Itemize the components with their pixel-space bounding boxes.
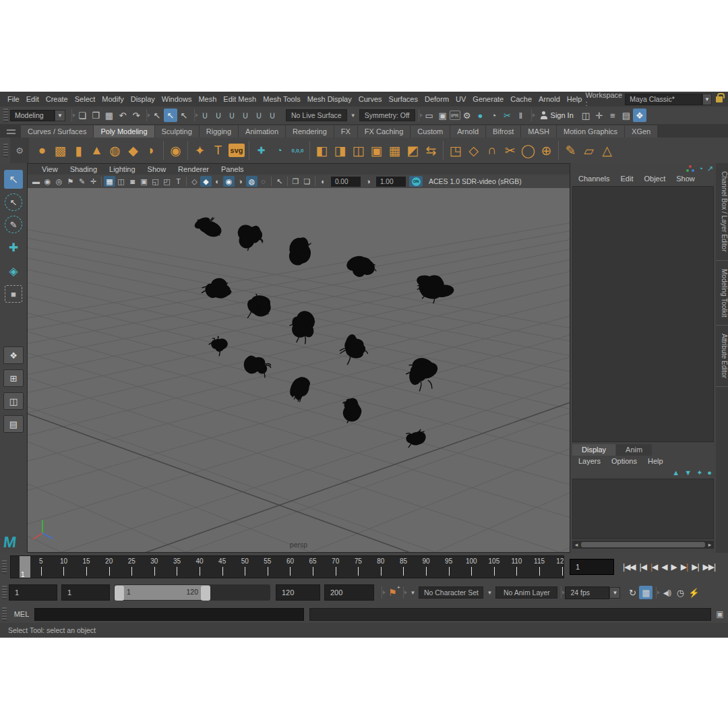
shelf-tab-rigging[interactable]: Rigging	[200, 125, 238, 138]
construction-plane-icon[interactable]: ✚	[252, 142, 270, 160]
time-slider[interactable]: 1 51015202530354045505560657075808590951…	[10, 555, 564, 578]
modeling-toolkit-toggle-icon[interactable]: ❖	[633, 109, 646, 122]
hair-object[interactable]	[193, 215, 224, 239]
fill-hole-icon[interactable]: ▣	[367, 142, 386, 160]
hair-object[interactable]	[235, 222, 265, 251]
bevel-icon[interactable]: ◇	[464, 142, 483, 160]
status-line-grip[interactable]	[3, 109, 8, 122]
shelf-tab-fx[interactable]: FX	[334, 125, 357, 138]
menu-edit[interactable]: Edit	[23, 92, 42, 107]
isolate-select-icon[interactable]: ↖	[274, 176, 285, 187]
menu-modify[interactable]: Modify	[98, 92, 127, 107]
motion-blur-icon[interactable]: ◌	[257, 176, 269, 187]
input-output-connections-icon[interactable]	[686, 165, 694, 172]
side-tab-modeling-toolkit[interactable]: Modeling Toolkit	[716, 261, 728, 326]
snap-to-projected-center-button[interactable]: ⊃	[239, 109, 252, 122]
playback-start-field[interactable]: 1	[61, 584, 110, 601]
menu-curves[interactable]: Curves	[355, 92, 386, 107]
hair-object[interactable]	[202, 278, 232, 300]
layer-menu-layers[interactable]: Layers	[573, 457, 606, 465]
redo-button[interactable]: ↷	[129, 109, 143, 122]
viewport-canvas[interactable]: persp	[28, 188, 570, 552]
range-start-handle[interactable]	[115, 586, 124, 601]
menu-uv[interactable]: UV	[452, 92, 469, 107]
snap-to-point-button[interactable]: ⊃	[225, 109, 239, 122]
snap-to-view-plane-button[interactable]: ⊃	[252, 109, 266, 122]
shelf-tab-mash[interactable]: MASH	[521, 125, 556, 138]
symmetry-dropdown-arrow[interactable]: ▼	[351, 113, 356, 119]
range-slider-active[interactable]: 1 120	[115, 585, 210, 600]
separate-icon[interactable]: ◨	[331, 142, 349, 160]
range-end-handle[interactable]	[201, 586, 210, 601]
script-editor-button[interactable]: ▣	[714, 608, 726, 620]
menu-cache[interactable]: Cache	[507, 92, 535, 107]
step-forward-key-button[interactable]: ▶|	[679, 559, 690, 575]
set-current-time-icon[interactable]: ◔	[270, 142, 289, 160]
shelf-tab-arnold[interactable]: Arnold	[450, 125, 485, 138]
shelf-tab-sculpting[interactable]: Sculpting	[155, 125, 199, 138]
scale-tool[interactable]: ■	[5, 285, 22, 303]
animation-end-field[interactable]: 200	[324, 584, 374, 601]
open-scene-button[interactable]: ❐	[89, 109, 102, 122]
playback-end-field[interactable]: 120	[276, 584, 320, 601]
play-backwards-button[interactable]: ◀	[659, 559, 669, 575]
step-back-frame-button[interactable]: |◀	[638, 559, 648, 575]
fps-dropdown-arrow[interactable]: ▼	[609, 587, 620, 599]
reduce-icon[interactable]: ▦	[386, 142, 404, 160]
layer-tab-display[interactable]: Display	[572, 444, 615, 456]
paint-select-tool[interactable]: ✎	[5, 216, 22, 233]
viewport-menu-renderer[interactable]: Renderer	[172, 165, 215, 173]
command-line-grip[interactable]	[2, 607, 7, 621]
sculpt-tool-icon[interactable]: △	[598, 142, 616, 160]
hair-object[interactable]	[344, 253, 377, 280]
camera-attributes-icon[interactable]: ◎	[53, 176, 65, 187]
shelf-tab-bifrost[interactable]: Bifrost	[486, 125, 520, 138]
edit-edge-flow-icon[interactable]: ▱	[580, 142, 598, 160]
menu-generate[interactable]: Generate	[469, 92, 507, 107]
polygon-cone-icon[interactable]: ▲	[88, 142, 106, 160]
play-forwards-button[interactable]: ▶	[669, 559, 679, 575]
loop-playback-button[interactable]: ↻	[626, 586, 639, 599]
menu-mesh[interactable]: Mesh	[195, 92, 220, 107]
make-live-button[interactable]: ⊃	[266, 109, 279, 122]
quad-draw-icon[interactable]: ✎	[562, 142, 580, 160]
smooth-shade-icon[interactable]: ◆	[200, 176, 212, 187]
shelf-menu-grip[interactable]	[7, 129, 16, 134]
multi-cut-icon[interactable]: ✂	[501, 142, 519, 160]
super-shape-icon[interactable]: ✦	[191, 142, 209, 160]
outliner-layout-button[interactable]: ▤	[3, 415, 24, 433]
bookmark-icon[interactable]: ⚑	[65, 176, 76, 187]
bookmark-camera-icon[interactable]: ▬	[30, 176, 42, 187]
hair-object[interactable]	[340, 334, 368, 365]
shelf-tab-poly-modeling[interactable]: Poly Modeling	[94, 125, 154, 138]
graph-editor-icon[interactable]: ↗	[707, 164, 713, 173]
screen-space-ao-icon[interactable]: ◍	[246, 176, 257, 187]
menu-edit-mesh[interactable]: Edit Mesh	[220, 92, 260, 107]
character-set-dropdown-arrow[interactable]: ▼	[411, 590, 416, 596]
hypershade-button[interactable]: ●	[474, 109, 487, 122]
shelf-tab-animation[interactable]: Animation	[239, 125, 285, 138]
fps-value[interactable]: 24 fps	[565, 586, 609, 599]
viewport-menu-shading[interactable]: Shading	[64, 165, 103, 173]
rotate-tool[interactable]: ◈	[4, 262, 23, 280]
layer-list-empty-area[interactable]	[572, 479, 714, 539]
render-view-button[interactable]: ▭	[423, 109, 436, 122]
circularize-icon[interactable]: ◯	[519, 142, 537, 160]
menu-arnold[interactable]: Arnold	[535, 92, 564, 107]
safe-title-icon[interactable]: T	[173, 176, 184, 187]
command-line-input[interactable]	[34, 608, 304, 621]
horizontal-scrollbar[interactable]: ◂ ▸	[572, 541, 714, 549]
time-slider-grip[interactable]	[2, 560, 7, 574]
channel-box-menu-show[interactable]: Show	[671, 175, 700, 183]
channel-box-toggle-icon[interactable]: ▤	[619, 109, 633, 122]
wireframe-icon[interactable]: ◇	[189, 176, 200, 187]
joints-xray-icon[interactable]: ❏	[301, 176, 313, 187]
viewport-menu-panels[interactable]: Panels	[215, 165, 250, 173]
ipr-render-button[interactable]: IPR	[450, 111, 460, 120]
pause-viewport-button[interactable]: ‖	[514, 109, 528, 122]
menu-help[interactable]: Help	[564, 92, 586, 107]
snap-to-curve-button[interactable]: ⊃	[212, 109, 225, 122]
undo-button[interactable]: ↶	[116, 109, 129, 122]
current-frame-marker[interactable]: 1	[20, 556, 30, 578]
pan-zoom-icon[interactable]: ✛	[88, 176, 99, 187]
